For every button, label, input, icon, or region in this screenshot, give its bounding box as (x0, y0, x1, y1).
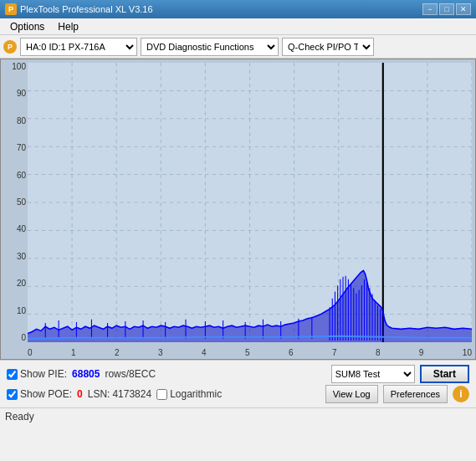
x-axis-labels: 0 1 2 3 4 5 6 7 8 9 10 (28, 348, 472, 357)
x-label-0: 0 (28, 348, 33, 357)
x-label-5: 5 (245, 348, 250, 357)
pie-value: 68805 (72, 368, 100, 380)
poe-checkbox-group[interactable]: Show POE: (7, 388, 72, 400)
viewlog-button[interactable]: View Log (325, 385, 378, 403)
menu-help[interactable]: Help (51, 19, 85, 34)
y-label-40: 40 (17, 225, 28, 233)
y-axis-labels: 100 90 80 70 60 50 40 30 20 10 0 (3, 63, 28, 342)
y-label-10: 10 (17, 307, 28, 315)
close-button[interactable]: ✕ (456, 3, 471, 15)
start-button[interactable]: Start (420, 365, 469, 383)
chart-canvas (28, 63, 472, 342)
y-label-60: 60 (17, 172, 28, 180)
y-label-0: 0 (21, 334, 28, 342)
bottom-row-1: Show PIE: 68805 rows/8ECC SUM8 TestSUM1 … (7, 364, 469, 384)
pie-suffix: rows/8ECC (105, 368, 156, 380)
bottom-panel: Show PIE: 68805 rows/8ECC SUM8 TestSUM1 … (0, 360, 476, 407)
y-label-90: 90 (17, 90, 28, 98)
preferences-button[interactable]: Preferences (383, 385, 448, 403)
status-bar: Ready (0, 407, 476, 424)
lsn-group: LSN: 4173824 (88, 388, 151, 400)
info-button[interactable]: i (453, 386, 469, 402)
x-label-7: 7 (332, 348, 337, 357)
y-label-70: 70 (17, 144, 28, 152)
x-label-8: 8 (376, 348, 381, 357)
pie-label: Show PIE: (20, 368, 67, 380)
y-label-80: 80 (17, 117, 28, 125)
title-text: PlexTools Professional XL V3.16 (20, 4, 153, 14)
logarithmic-checkbox[interactable] (156, 389, 167, 400)
title-controls[interactable]: − □ ✕ (422, 3, 471, 15)
lsn-value: 4173824 (112, 388, 151, 400)
y-label-30: 30 (17, 253, 28, 261)
x-label-9: 9 (419, 348, 424, 357)
title-bar: P PlexTools Professional XL V3.16 − □ ✕ (0, 0, 476, 18)
status-text: Ready (5, 411, 34, 423)
log-checkbox-group[interactable]: Logarithmic (156, 388, 222, 400)
y-label-50: 50 (17, 198, 28, 207)
y-label-20: 20 (17, 279, 28, 288)
toolbar: P HA:0 ID:1 PX-716A DVD Diagnostic Funct… (0, 35, 476, 59)
bottom-row-2: Show POE: 0 LSN: 4173824 Logarithmic Vie… (7, 384, 469, 404)
pie-checkbox-group[interactable]: Show PIE: (7, 368, 67, 380)
x-label-4: 4 (202, 348, 207, 357)
test-type-select[interactable]: Q-Check PI/PO Test (282, 38, 374, 56)
lsn-label: LSN: (88, 388, 110, 400)
x-label-6: 6 (289, 348, 294, 357)
poe-checkbox[interactable] (7, 389, 18, 400)
x-label-2: 2 (115, 348, 120, 357)
pie-checkbox[interactable] (7, 369, 18, 380)
maximize-button[interactable]: □ (439, 3, 454, 15)
x-label-1: 1 (71, 348, 76, 357)
app-icon: P (5, 3, 17, 15)
minimize-button[interactable]: − (422, 3, 438, 15)
menu-bar: Options Help (0, 18, 476, 35)
x-label-10: 10 (463, 348, 472, 357)
poe-label: Show POE: (20, 388, 72, 400)
drive-icon: P (3, 40, 17, 54)
poe-value: 0 (77, 388, 83, 400)
title-bar-left: P PlexTools Professional XL V3.16 (5, 3, 153, 15)
sum-test-select[interactable]: SUM8 TestSUM1 TestMax Test (331, 365, 415, 383)
logarithmic-label: Logarithmic (170, 388, 222, 400)
menu-options[interactable]: Options (3, 19, 51, 34)
y-label-100: 100 (12, 63, 28, 71)
chart-area: 100 90 80 70 60 50 40 30 20 10 0 (0, 59, 476, 360)
x-label-3: 3 (158, 348, 163, 357)
drive-select[interactable]: HA:0 ID:1 PX-716A (20, 38, 137, 56)
function-select[interactable]: DVD Diagnostic Functions (141, 38, 279, 56)
chart-svg (28, 63, 472, 342)
